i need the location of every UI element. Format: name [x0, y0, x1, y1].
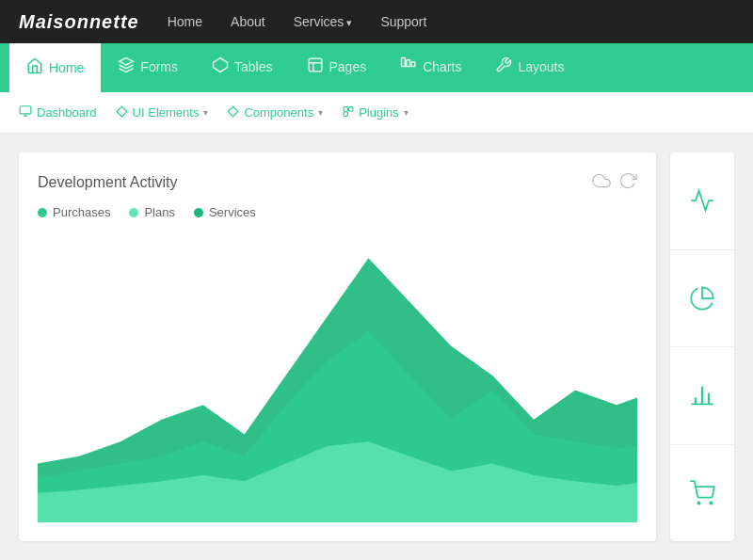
- mainnav-forms[interactable]: Forms: [101, 43, 195, 92]
- legend-plans: Plans: [129, 205, 175, 219]
- svg-rect-5: [20, 106, 31, 114]
- chart-visualization: [38, 229, 637, 522]
- svg-rect-4: [411, 62, 415, 67]
- diamond-icon-2: [227, 105, 239, 120]
- svg-marker-6: [117, 106, 127, 117]
- legend-label-plans: Plans: [144, 205, 175, 219]
- subnav-ui-elements[interactable]: UI Elements ▾: [116, 105, 209, 120]
- svg-rect-1: [309, 58, 322, 72]
- mainnav-tables-label: Tables: [234, 59, 272, 74]
- svg-point-15: [697, 502, 699, 504]
- chart-card: Development Activity Purchases: [19, 152, 656, 541]
- charts-nav-icon: [400, 56, 417, 77]
- subnav-components-label: Components: [244, 105, 313, 120]
- svg-rect-2: [402, 57, 406, 66]
- right-sidebar: [670, 152, 734, 541]
- top-nav-links: Home About Services Support: [168, 14, 427, 29]
- chart-title: Development Activity: [38, 174, 178, 191]
- chart-legend: Purchases Plans Services: [38, 205, 637, 219]
- sidebar-bar-chart[interactable]: [670, 347, 734, 445]
- mainnav-tables[interactable]: Tables: [195, 43, 289, 92]
- svg-marker-7: [229, 106, 239, 117]
- topnav-support[interactable]: Support: [380, 14, 426, 29]
- chart-actions: [592, 171, 637, 194]
- brand-logo: Maisonnette: [19, 11, 139, 33]
- mainnav-home[interactable]: Home: [9, 43, 101, 92]
- chevron-down-icon-2: ▾: [318, 107, 323, 118]
- sidebar-cart[interactable]: [670, 445, 734, 542]
- refresh-icon[interactable]: [618, 171, 637, 194]
- svg-rect-3: [407, 59, 410, 66]
- layouts-icon: [495, 56, 512, 77]
- legend-dot-services: [194, 208, 203, 217]
- legend-dot-plans: [129, 208, 138, 217]
- top-navbar: Maisonnette Home About Services Support: [0, 0, 753, 43]
- legend-dot-purchases: [38, 208, 47, 217]
- cloud-icon[interactable]: [592, 171, 611, 194]
- subnav-plugins[interactable]: Plugins ▾: [342, 105, 409, 120]
- chevron-down-icon-1: ▾: [203, 107, 208, 118]
- content-area: Development Activity Purchases: [0, 134, 753, 560]
- mainnav-charts[interactable]: Charts: [383, 43, 478, 92]
- mainnav-layouts-label: Layouts: [518, 59, 564, 74]
- home-icon: [26, 57, 43, 78]
- mainnav-forms-label: Forms: [140, 59, 178, 74]
- chart-header: Development Activity: [38, 171, 637, 194]
- legend-services: Services: [194, 205, 256, 219]
- main-navbar: Home Forms Tables Pages: [0, 43, 753, 92]
- legend-label-services: Services: [209, 205, 256, 219]
- subnav-dashboard[interactable]: Dashboard: [19, 104, 97, 120]
- topnav-about[interactable]: About: [231, 14, 265, 29]
- diamond-icon-1: [116, 105, 128, 120]
- svg-marker-0: [214, 57, 228, 72]
- plugin-icon: [342, 105, 354, 120]
- monitor-icon: [19, 104, 32, 120]
- subnav-dashboard-label: Dashboard: [37, 105, 97, 120]
- sidebar-line-chart[interactable]: [670, 152, 734, 250]
- subnav-components[interactable]: Components ▾: [227, 105, 323, 120]
- sidebar-pie-chart[interactable]: [670, 250, 734, 348]
- legend-purchases: Purchases: [38, 205, 110, 219]
- mainnav-home-label: Home: [49, 60, 84, 75]
- legend-label-purchases: Purchases: [53, 205, 110, 219]
- mainnav-layouts[interactable]: Layouts: [478, 43, 581, 92]
- forms-icon: [118, 56, 135, 77]
- chevron-down-icon-3: ▾: [404, 107, 409, 118]
- mainnav-pages[interactable]: Pages: [290, 43, 384, 92]
- sub-navbar: Dashboard UI Elements ▾ Components ▾ Plu…: [0, 92, 753, 134]
- subnav-ui-elements-label: UI Elements: [133, 105, 200, 120]
- mainnav-pages-label: Pages: [329, 59, 367, 74]
- tables-icon: [212, 56, 229, 77]
- topnav-home[interactable]: Home: [168, 14, 202, 29]
- mainnav-charts-label: Charts: [423, 59, 461, 74]
- svg-point-16: [710, 502, 712, 504]
- pages-icon: [307, 56, 324, 77]
- subnav-plugins-label: Plugins: [359, 105, 399, 120]
- topnav-services[interactable]: Services: [294, 14, 353, 29]
